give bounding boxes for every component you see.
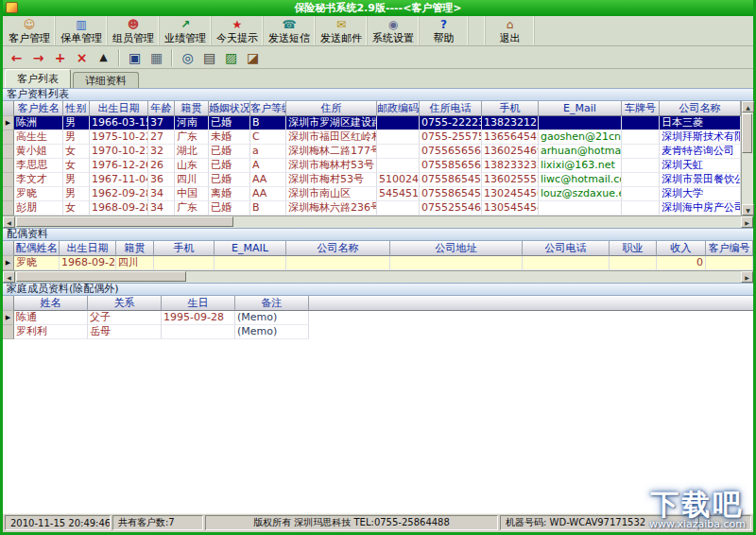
column-header[interactable]: 客户等级	[250, 101, 286, 116]
title-bar[interactable]: 保险秘书系统2.9版----<客户管理>	[3, 0, 753, 16]
column-header[interactable]: 公司地址	[390, 241, 523, 256]
scroll-left-icon[interactable]: ◀	[3, 271, 15, 283]
prior-record-button[interactable]: ←	[6, 47, 27, 67]
customer-hscroll-thumb[interactable]	[16, 216, 233, 227]
toolbar-performance-button[interactable]: ↗业绩管理	[160, 16, 212, 45]
column-header[interactable]: 关系	[88, 296, 162, 311]
scroll-down-icon[interactable]: ▼	[742, 204, 754, 216]
cell: 13656454545	[482, 130, 539, 145]
tab-customer-list[interactable]: 客户列表	[5, 69, 71, 88]
status-customer-count: 共有客户数:7	[112, 515, 203, 530]
customer-vscroll-track[interactable]	[742, 112, 753, 204]
row-indicator	[3, 159, 14, 173]
export-button[interactable]: ▨	[220, 47, 242, 67]
toolbar-separator	[469, 16, 486, 45]
customer-vscrollbar[interactable]: ▲ ▼	[741, 101, 753, 216]
table-row[interactable]: 李思思女1976-12-2626山东已婚A深圳市梅林村53号0755856565…	[3, 159, 741, 173]
preview-button[interactable]: ◎	[177, 47, 198, 67]
customer-vscroll-thumb[interactable]	[742, 113, 752, 153]
column-header[interactable]: 住所电话	[420, 101, 482, 116]
scroll-right-icon[interactable]: ▶	[741, 271, 753, 283]
customer-hscroll-track[interactable]	[15, 216, 741, 228]
next-record-button[interactable]: →	[27, 47, 49, 67]
column-header[interactable]: 生日	[162, 296, 235, 311]
column-header[interactable]: E_Mail	[539, 101, 622, 116]
row-indicator: ▶	[3, 116, 14, 130]
table-row[interactable]: ▶陈洲男1966-03-1537河南已婚B深圳市罗湖区建设路350755-222…	[3, 116, 741, 130]
spouse-hscrollbar[interactable]: ◀ ▶	[3, 270, 753, 283]
toolbar-policy-button[interactable]: ▥保单管理	[56, 16, 108, 45]
scroll-up-icon[interactable]: ▲	[742, 101, 754, 112]
customer-hscrollbar[interactable]: ◀ ▶	[3, 216, 753, 228]
post-edit-button[interactable]: ▲	[93, 47, 114, 67]
column-header[interactable]: 出生日期	[60, 241, 116, 256]
toolbar-send-email-button[interactable]: ✉发送邮件	[316, 16, 368, 45]
cell: 已婚	[209, 201, 250, 216]
toolbar-sms-button[interactable]: ☎发送短信	[264, 16, 316, 45]
column-header[interactable]: 年龄	[148, 101, 175, 116]
table-row[interactable]: 彭朋女1968-09-2834广东已婚B深圳梅林六路236号0755255464…	[3, 201, 741, 216]
scroll-left-icon[interactable]: ◀	[3, 216, 15, 228]
column-header[interactable]: 客户编号	[706, 241, 753, 256]
table-row[interactable]: 黄小姐女1970-10-2132湖北已婚a深圳梅林二路177号075565656…	[3, 145, 741, 159]
toolbar-help-button[interactable]: ?帮助	[420, 16, 469, 45]
column-header[interactable]: 收入	[657, 241, 706, 256]
cell: 075565656565	[420, 145, 482, 159]
cell	[162, 325, 235, 339]
cell: liwc@hotmail.com	[539, 173, 622, 187]
column-header[interactable]: 公司电话	[523, 241, 610, 256]
save-button[interactable]: ▣	[124, 47, 146, 67]
column-header[interactable]: 出生日期	[90, 101, 148, 116]
cell	[622, 187, 660, 201]
column-header[interactable]: 职业	[610, 241, 657, 256]
cell	[523, 256, 610, 270]
column-header[interactable]: 籍贯	[116, 241, 154, 256]
column-header[interactable]: 姓名	[14, 296, 88, 311]
table-row[interactable]: 李文才男1967-11-0436四川已婚AA深圳市梅村53号5100240755…	[3, 173, 741, 187]
scroll-right-icon[interactable]: ▶	[741, 216, 753, 228]
cell: 1975-10-22	[90, 130, 148, 145]
column-header[interactable]: 公司名称	[286, 241, 390, 256]
cell: 34	[148, 201, 175, 216]
column-header[interactable]: 性别	[63, 101, 90, 116]
toolbar-exit-button[interactable]: ⌂退出	[486, 16, 535, 45]
toolbar-customer-button[interactable]: ☺客户管理	[4, 16, 56, 45]
column-header[interactable]: 车牌号	[622, 101, 660, 116]
cell: 湖北	[175, 145, 209, 159]
table-row[interactable]: ▶罗晓1968-09-28四川0	[3, 256, 753, 270]
column-header[interactable]: 籍贯	[175, 101, 209, 116]
delete-record-button[interactable]: ×	[71, 47, 93, 67]
cell: 27	[148, 130, 175, 145]
print-button[interactable]: ▤	[198, 47, 220, 67]
column-header[interactable]: 手机	[482, 101, 539, 116]
row-filler	[309, 311, 753, 325]
toolbar-reminder-button[interactable]: ★今天提示	[212, 16, 264, 45]
insert-record-button[interactable]: +	[49, 47, 71, 67]
cell: 13823212154	[482, 116, 539, 130]
column-header[interactable]: 邮政编码	[377, 101, 420, 116]
column-header[interactable]: E_MAIL	[215, 241, 286, 256]
send-email-icon: ✉	[336, 18, 346, 32]
column-header[interactable]: 配偶姓名	[14, 241, 60, 256]
calculator-button[interactable]: ▦	[146, 47, 167, 67]
table-row[interactable]: 高生生男1975-10-2227广东未婚C深圳市福田区红岭村小0755-2557…	[3, 130, 741, 145]
table-row[interactable]: 罗利利岳母(Memo)	[3, 325, 753, 339]
table-row[interactable]: ▶陈通父子1995-09-28(Memo)	[3, 311, 753, 325]
column-header[interactable]: 婚姻状况	[209, 101, 250, 116]
exit-app-button[interactable]: ◪	[242, 47, 264, 67]
column-header[interactable]: 手机	[154, 241, 215, 256]
tab-detail-info[interactable]: 详细资料	[73, 72, 139, 88]
column-header[interactable]: 备注	[235, 296, 309, 311]
spouse-hscroll-track[interactable]	[15, 271, 741, 283]
cell: 男	[63, 173, 90, 187]
window-title: 保险秘书系统2.9版----<客户管理>	[294, 1, 461, 15]
cell: 54545126	[377, 187, 420, 201]
column-header[interactable]: 公司名称	[660, 101, 741, 116]
toolbar-settings-button[interactable]: ◉系统设置	[368, 16, 420, 45]
spouse-hscroll-thumb[interactable]	[16, 271, 186, 282]
cell	[610, 256, 657, 270]
column-header[interactable]: 客户姓名	[14, 101, 63, 116]
toolbar-team-button[interactable]: ☻组员管理	[108, 16, 160, 45]
column-header[interactable]: 住所	[286, 101, 377, 116]
table-row[interactable]: 罗晓男1962-09-2834中国离婚AA深圳市南山区5454512607558…	[3, 187, 741, 201]
